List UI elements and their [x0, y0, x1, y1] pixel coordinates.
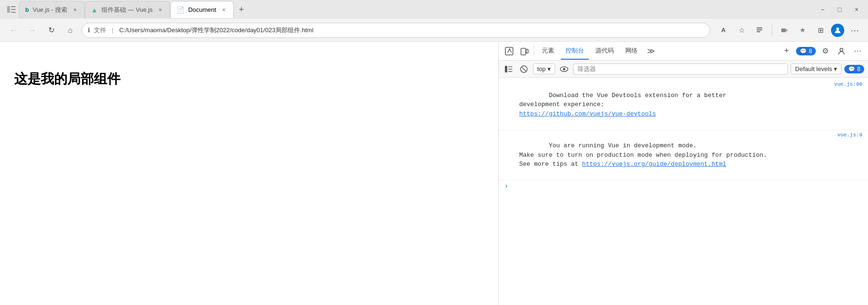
- tab-search-label: Vue.js - 搜索: [33, 6, 67, 14]
- translate-button[interactable]: A: [716, 23, 731, 38]
- address-field[interactable]: ℹ 文件 | C:/Users/maoma/Desktop/弹性学制2022/c…: [82, 23, 710, 38]
- devtools-filter-input[interactable]: [573, 63, 788, 75]
- devtools-levels-value: Default levels: [795, 65, 832, 72]
- svg-rect-3: [11, 12, 16, 13]
- devtools-eye-button[interactable]: [558, 63, 570, 75]
- devtools-device-button[interactable]: [518, 45, 531, 58]
- svg-rect-2: [11, 9, 16, 10]
- home-button[interactable]: ⌂: [63, 23, 78, 38]
- devtools-link[interactable]: https://github.com/vuejs/vue-devtools: [519, 110, 656, 117]
- tab-vuejs-label: 组件基础 — Vue.js: [101, 6, 153, 14]
- address-separator-line: [772, 25, 772, 36]
- secondary-count: 8: [857, 66, 860, 72]
- svg-line-19: [522, 67, 526, 71]
- devtools-inspect-button[interactable]: [503, 45, 516, 58]
- devtools-levels-dropdown[interactable]: Default levels ▾: [791, 63, 841, 74]
- browser-window: b Vue.js - 搜索 × ▲ 组件基础 — Vue.js × 📄 Docu…: [0, 0, 868, 305]
- devtools-tab-console[interactable]: 控制台: [561, 43, 589, 60]
- svg-rect-11: [521, 48, 526, 55]
- tab-document-label: Document: [188, 6, 216, 13]
- svg-rect-7: [781, 28, 786, 32]
- tab-vuejs-close[interactable]: ×: [156, 6, 164, 14]
- devtools-more-tabs-button[interactable]: ≫: [644, 45, 658, 58]
- console-source-1[interactable]: vue.js:90: [834, 81, 862, 87]
- refresh-button[interactable]: ↻: [44, 23, 59, 38]
- close-button[interactable]: ×: [849, 2, 864, 17]
- address-bar-right: A ☆ ⊞: [716, 23, 862, 38]
- favorites-button[interactable]: [795, 23, 810, 38]
- devtools-settings-button[interactable]: ⚙: [819, 45, 832, 58]
- tab-search-close[interactable]: ×: [71, 6, 79, 14]
- tab-document-close[interactable]: ×: [220, 6, 228, 14]
- address-info-icon: ℹ: [88, 27, 90, 34]
- console-entry-2: You are running Vue in development mode.…: [499, 130, 868, 181]
- devtools-message-badge: 💬 8: [796, 47, 816, 55]
- devtools-panel: 元素 控制台 源代码 网络 ≫ + 💬 8: [498, 42, 868, 305]
- devtools-sidebar-toggle[interactable]: [503, 63, 515, 75]
- new-tab-button[interactable]: +: [234, 2, 249, 17]
- svg-rect-16: [508, 69, 512, 70]
- tab-vuejs[interactable]: ▲ 组件基础 — Vue.js ×: [85, 1, 170, 18]
- devtools-tab-network[interactable]: 网络: [621, 43, 642, 60]
- page-heading: 这是我的局部组件: [14, 70, 484, 88]
- console-expand-button[interactable]: ›: [499, 180, 868, 192]
- svg-rect-5: [757, 29, 762, 30]
- tab-bar: b Vue.js - 搜索 × ▲ 组件基础 — Vue.js × 📄 Docu…: [0, 0, 868, 19]
- more-options-button[interactable]: ⋯: [847, 23, 862, 38]
- vue-icon: ▲: [91, 6, 98, 14]
- devtools-more-options-button[interactable]: ⋯: [851, 45, 864, 58]
- main-area: 这是我的局部组件: [0, 42, 868, 305]
- devtools-profile-button[interactable]: [835, 45, 848, 58]
- secondary-bubble-icon: 💬: [848, 66, 855, 72]
- bing-icon: b: [25, 6, 29, 13]
- address-url: C:/Users/maoma/Desktop/弹性学制2022/code/day…: [119, 26, 313, 35]
- extensions-button[interactable]: [777, 23, 792, 38]
- profile-avatar[interactable]: [831, 24, 844, 37]
- svg-rect-6: [757, 31, 760, 32]
- tab-search[interactable]: b Vue.js - 搜索 ×: [19, 1, 85, 18]
- document-icon: 📄: [176, 6, 184, 14]
- reading-list-button[interactable]: [752, 23, 767, 38]
- svg-rect-8: [786, 29, 788, 31]
- devtools-context-dropdown[interactable]: top ▾: [533, 63, 555, 74]
- console-entry-1: Download the Vue Devtools extension for …: [499, 80, 868, 130]
- sidebar-toggle-button[interactable]: [4, 2, 19, 17]
- svg-rect-10: [505, 47, 513, 55]
- console-message-1: Download the Vue Devtools extension for …: [504, 81, 831, 128]
- console-message-2: You are running Vue in development mode.…: [504, 132, 833, 179]
- svg-rect-4: [757, 27, 762, 28]
- console-source-2[interactable]: vue.js:9: [837, 132, 862, 138]
- devtools-separator-1: [534, 45, 534, 57]
- expand-icon: ›: [504, 182, 508, 190]
- address-separator: |: [112, 27, 113, 34]
- svg-point-21: [563, 68, 566, 70]
- svg-rect-12: [526, 49, 528, 53]
- svg-rect-15: [508, 66, 512, 67]
- address-bar: ← → ↻ ⌂ ℹ 文件 | C:/Users/maoma/Desktop/弹性…: [0, 19, 868, 42]
- devtools-secondary-message-count: 💬 8: [844, 65, 864, 73]
- svg-rect-1: [11, 6, 16, 7]
- svg-rect-17: [508, 71, 512, 72]
- devtools-toolbar-right: + 💬 8 ⚙ ⋯: [780, 45, 864, 58]
- back-button[interactable]: ←: [6, 23, 21, 38]
- devtools-tab-sources[interactable]: 源代码: [591, 43, 619, 60]
- devtools-primary-toolbar: 元素 控制台 源代码 网络 ≫ + 💬 8: [499, 42, 868, 61]
- svg-rect-14: [505, 66, 507, 72]
- maximize-button[interactable]: □: [832, 2, 847, 17]
- tab-document[interactable]: 📄 Document ×: [170, 1, 234, 18]
- minimize-button[interactable]: −: [815, 2, 830, 17]
- favorites-star-button[interactable]: ☆: [734, 23, 749, 38]
- devtools-add-button[interactable]: +: [780, 45, 793, 58]
- forward-button[interactable]: →: [25, 23, 40, 38]
- devtools-levels-arrow: ▾: [834, 65, 837, 72]
- deployment-link[interactable]: https://vuejs.org/guide/deployment.html: [582, 161, 726, 168]
- collections-button[interactable]: ⊞: [813, 23, 828, 38]
- svg-point-9: [836, 27, 839, 30]
- devtools-tab-elements[interactable]: 元素: [537, 43, 559, 60]
- svg-rect-0: [7, 6, 10, 13]
- devtools-clear-button[interactable]: [518, 63, 530, 75]
- devtools-context-value: top: [537, 65, 546, 72]
- svg-point-13: [840, 48, 843, 51]
- devtools-secondary-toolbar: top ▾ Default levels ▾ 💬 8: [499, 61, 868, 78]
- console-output: Download the Vue Devtools extension for …: [499, 78, 868, 305]
